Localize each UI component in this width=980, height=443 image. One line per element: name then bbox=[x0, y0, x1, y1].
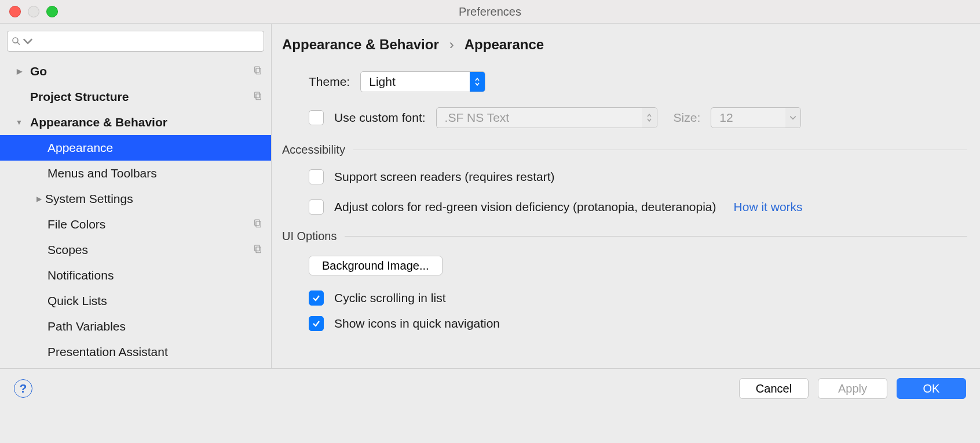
svg-point-0 bbox=[13, 38, 18, 43]
color-adjust-checkbox[interactable] bbox=[309, 199, 324, 215]
tree-item-label: Scopes bbox=[47, 243, 88, 257]
check-icon bbox=[312, 319, 320, 328]
breadcrumb-part: Appearance & Behavior bbox=[282, 37, 439, 53]
use-custom-font-checkbox[interactable] bbox=[309, 110, 324, 125]
tree-item-label: Menus and Toolbars bbox=[47, 166, 157, 180]
tree-item[interactable]: System Settings bbox=[0, 186, 271, 212]
settings-tree: GoProject StructureAppearance & Behavior… bbox=[0, 59, 271, 365]
select-stepper-icon bbox=[642, 108, 657, 128]
ok-button[interactable]: OK bbox=[897, 378, 966, 399]
tree-item[interactable]: Scopes bbox=[0, 237, 271, 263]
tree-item-label: Appearance bbox=[47, 141, 113, 155]
tree-item-label: File Colors bbox=[47, 217, 105, 231]
tree-item[interactable]: Appearance bbox=[0, 135, 271, 161]
window-controls bbox=[0, 6, 58, 17]
search-input[interactable] bbox=[7, 31, 264, 52]
color-adjust-label: Adjust colors for red-green vision defic… bbox=[334, 200, 716, 214]
tree-item-label: Appearance & Behavior bbox=[30, 115, 167, 129]
svg-rect-2 bbox=[256, 68, 261, 74]
select-stepper-icon bbox=[470, 72, 485, 92]
svg-rect-9 bbox=[255, 245, 259, 251]
tree-item[interactable]: Path Variables bbox=[0, 314, 271, 339]
search-field[interactable] bbox=[36, 35, 260, 48]
tree-item-label: Quick Lists bbox=[47, 294, 107, 308]
chevron-down-icon bbox=[23, 36, 33, 46]
section-title-ui-options: UI Options bbox=[282, 230, 337, 243]
window-zoom-button[interactable] bbox=[46, 6, 58, 17]
project-scope-icon bbox=[253, 90, 263, 104]
tree-item[interactable]: File Colors bbox=[0, 212, 271, 237]
cyclic-scrolling-label: Cyclic scrolling in list bbox=[334, 291, 446, 305]
breadcrumb: Appearance & Behavior › Appearance bbox=[282, 37, 980, 53]
help-button[interactable]: ? bbox=[14, 379, 32, 398]
tree-item[interactable]: Project Structure bbox=[0, 84, 271, 110]
font-size-select: 12 bbox=[711, 107, 801, 128]
svg-rect-5 bbox=[255, 92, 259, 98]
tree-item[interactable]: Go bbox=[0, 59, 271, 84]
font-size-value: 12 bbox=[711, 108, 785, 128]
show-icons-label: Show icons in quick navigation bbox=[334, 317, 500, 331]
show-icons-checkbox[interactable] bbox=[309, 316, 324, 331]
tree-item-label: Presentation Assistant bbox=[47, 345, 168, 359]
tree-item[interactable]: Appearance & Behavior bbox=[0, 110, 271, 135]
screen-readers-checkbox[interactable] bbox=[309, 169, 324, 184]
window-minimize-button[interactable] bbox=[28, 6, 39, 17]
theme-label: Theme: bbox=[309, 75, 350, 89]
project-scope-icon bbox=[253, 217, 263, 231]
svg-rect-4 bbox=[256, 94, 261, 100]
footer: ? Cancel Apply OK bbox=[0, 368, 980, 408]
window-title: Preferences bbox=[0, 5, 980, 19]
project-scope-icon bbox=[253, 64, 263, 78]
screen-readers-label: Support screen readers (requires restart… bbox=[334, 170, 555, 184]
content-panel: Appearance & Behavior › Appearance Theme… bbox=[272, 24, 980, 368]
chevron-down-icon bbox=[785, 108, 800, 128]
theme-select[interactable]: Light bbox=[360, 71, 485, 92]
title-bar: Preferences bbox=[0, 0, 980, 24]
font-family-value: .SF NS Text bbox=[437, 108, 642, 128]
tree-item-label: System Settings bbox=[45, 192, 133, 206]
cancel-button[interactable]: Cancel bbox=[739, 378, 809, 399]
svg-rect-7 bbox=[255, 220, 259, 226]
cyclic-scrolling-checkbox[interactable] bbox=[309, 291, 324, 306]
svg-rect-6 bbox=[256, 221, 261, 227]
apply-button[interactable]: Apply bbox=[818, 378, 887, 399]
tree-item[interactable]: Notifications bbox=[0, 263, 271, 288]
tree-item-label: Notifications bbox=[47, 268, 114, 282]
font-family-select: .SF NS Text bbox=[436, 107, 657, 128]
svg-rect-3 bbox=[255, 67, 259, 72]
how-it-works-link[interactable]: How it works bbox=[734, 200, 803, 214]
tree-item[interactable]: Quick Lists bbox=[0, 288, 271, 314]
section-title-accessibility: Accessibility bbox=[282, 143, 345, 157]
sidebar: GoProject StructureAppearance & Behavior… bbox=[0, 24, 272, 368]
check-icon bbox=[312, 294, 320, 302]
project-scope-icon bbox=[253, 243, 263, 257]
svg-line-1 bbox=[17, 42, 20, 45]
theme-select-value: Light bbox=[361, 72, 470, 92]
divider bbox=[345, 236, 967, 237]
font-size-label: Size: bbox=[674, 111, 701, 125]
tree-item-label: Go bbox=[30, 64, 47, 78]
window-close-button[interactable] bbox=[9, 6, 21, 17]
tree-item-label: Project Structure bbox=[30, 90, 129, 104]
breadcrumb-part: Appearance bbox=[465, 37, 544, 53]
background-image-button[interactable]: Background Image... bbox=[309, 256, 443, 275]
search-icon bbox=[11, 36, 21, 46]
tree-item[interactable]: Presentation Assistant bbox=[0, 339, 271, 365]
chevron-right-icon bbox=[13, 67, 25, 75]
svg-rect-8 bbox=[256, 247, 261, 253]
tree-item[interactable]: Menus and Toolbars bbox=[0, 161, 271, 186]
breadcrumb-sep: › bbox=[449, 37, 454, 53]
divider bbox=[353, 150, 967, 150]
tree-item-label: Path Variables bbox=[47, 319, 126, 333]
chevron-down-icon bbox=[13, 118, 25, 126]
use-custom-font-label: Use custom font: bbox=[334, 111, 426, 125]
chevron-right-icon bbox=[32, 195, 45, 203]
